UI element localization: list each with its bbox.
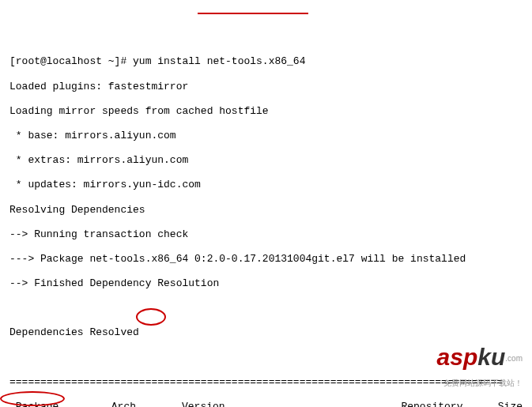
watermark-dotcom: .com — [505, 354, 523, 363]
table-header: PackageArchVersionRepository Size — [9, 401, 523, 407]
blank-line — [9, 302, 523, 315]
watermark-brand: aspku — [437, 344, 506, 370]
output-line: Loading mirror speeds from cached hostfi… — [9, 105, 523, 118]
shell-prompt: [root@localhost ~]# — [9, 55, 133, 67]
col-size: Size — [480, 401, 523, 407]
output-line: --> Finished Dependency Resolution — [9, 277, 523, 290]
col-arch: Arch — [111, 401, 182, 407]
prompt-line: [root@localhost ~]# yum install net-tool… — [9, 55, 523, 68]
watermark-sub: 免费网站源码下载站！ — [431, 379, 523, 387]
output-line: Resolving Dependencies — [9, 204, 523, 217]
output-line: * updates: mirrors.yun-idc.com — [9, 179, 523, 191]
output-line: * extras: mirrors.aliyun.com — [9, 154, 523, 167]
col-package: Package — [9, 401, 111, 407]
annotation-underline — [198, 13, 308, 14]
col-repo: Repository — [401, 401, 479, 407]
col-version: Version — [182, 401, 401, 407]
output-line: --> Running transaction check — [9, 228, 523, 241]
output-line: Loaded plugins: fastestmirror — [9, 81, 523, 93]
watermark: aspku.com 免费网站源码下载站！ — [431, 335, 523, 398]
output-line: * base: mirrors.aliyun.com — [9, 130, 523, 142]
output-line: ---> Package net-tools.x86_64 0:2.0-0.17… — [9, 253, 523, 266]
command-text: yum install net-tools.x86_64 — [133, 55, 305, 67]
